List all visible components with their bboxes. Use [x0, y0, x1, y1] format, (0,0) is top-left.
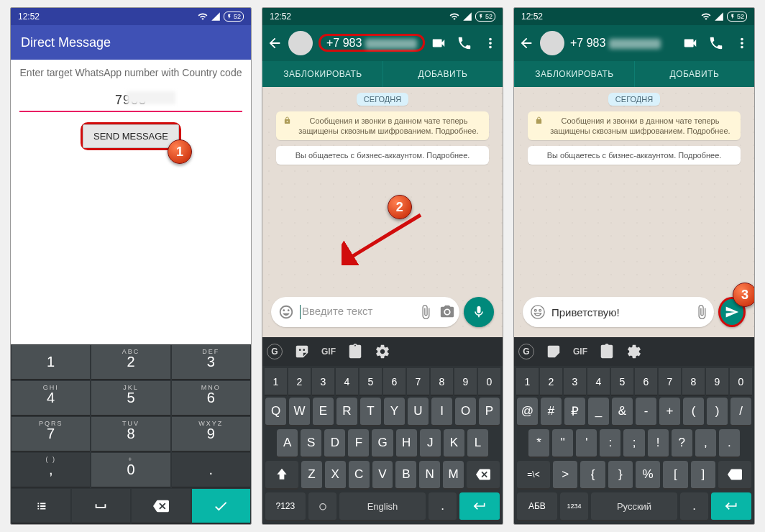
gif-button[interactable]: GIF: [321, 347, 336, 357]
clipboard-icon[interactable]: [347, 344, 363, 359]
key--[interactable]: -: [636, 398, 656, 426]
key-4[interactable]: 4: [336, 368, 358, 395]
key-backspace[interactable]: [132, 489, 191, 523]
key-Y[interactable]: Y: [384, 398, 405, 426]
alt-key[interactable]: =\<: [517, 461, 550, 490]
key-{[interactable]: {: [580, 461, 605, 490]
business-notice[interactable]: Вы общаетесь с бизнес-аккаунтом. Подробн…: [276, 146, 489, 165]
settings-icon[interactable]: [626, 344, 642, 359]
key-8[interactable]: TUV8: [91, 417, 170, 451]
alt-mode-key[interactable]: 1234: [560, 492, 589, 521]
add-action[interactable]: ДОБАВИТЬ: [382, 61, 503, 87]
key-V[interactable]: V: [372, 461, 393, 490]
key-Q[interactable]: Q: [265, 398, 286, 426]
key-;[interactable]: ;: [623, 429, 644, 458]
key-7[interactable]: 7: [659, 368, 681, 395]
voice-call-icon[interactable]: [708, 35, 724, 51]
avatar[interactable]: [540, 31, 564, 55]
key-5[interactable]: JKL5: [91, 381, 170, 416]
enter-key[interactable]: [459, 492, 500, 521]
encryption-notice[interactable]: Сообщения и звонки в данном чате теперь …: [276, 111, 489, 140]
key-9[interactable]: 9: [706, 368, 728, 395]
mic-button[interactable]: [464, 297, 494, 327]
key-@[interactable]: @: [517, 398, 538, 426]
key-Z[interactable]: Z: [301, 461, 322, 490]
mode-key[interactable]: АБВ: [517, 492, 557, 521]
key-T[interactable]: T: [360, 398, 381, 426]
key-B[interactable]: B: [395, 461, 416, 490]
period-key[interactable]: .: [429, 492, 457, 521]
message-input[interactable]: Введите текст: [300, 305, 412, 319]
key-([interactable]: (: [683, 398, 704, 426]
video-call-icon[interactable]: [431, 35, 446, 51]
key-8[interactable]: 8: [682, 368, 705, 395]
key-U[interactable]: U: [408, 398, 429, 426]
key-7[interactable]: PQRS7: [12, 417, 90, 451]
key-2[interactable]: 2: [288, 368, 311, 395]
key-0[interactable]: +0: [91, 453, 170, 487]
key-1[interactable]: 1: [12, 345, 90, 380]
key-sym[interactable]: [12, 489, 70, 523]
key-H[interactable]: H: [396, 429, 417, 458]
key-I[interactable]: I: [431, 398, 452, 426]
key-N[interactable]: N: [419, 461, 440, 490]
backspace-key[interactable]: [718, 461, 751, 490]
period-key[interactable]: .: [680, 492, 709, 521]
key-W[interactable]: W: [289, 398, 310, 426]
key-G[interactable]: G: [372, 429, 393, 458]
space-key[interactable]: English: [339, 492, 425, 521]
key-A[interactable]: A: [277, 429, 298, 458]
key-}[interactable]: }: [608, 461, 633, 490]
block-action[interactable]: ЗАБЛОКИРОВАТЬ: [514, 61, 634, 87]
key-S[interactable]: S: [301, 429, 321, 458]
key-3[interactable]: 3: [564, 368, 586, 395]
key-][interactable]: ]: [691, 461, 715, 490]
key-'[interactable]: ': [576, 429, 597, 458]
key-J[interactable]: J: [420, 429, 441, 458]
business-notice[interactable]: Вы общаетесь с бизнес-аккаунтом. Подробн…: [528, 146, 741, 165]
key-4[interactable]: GHI4: [12, 381, 90, 416]
key-₽[interactable]: ₽: [564, 398, 585, 426]
key->[interactable]: >: [553, 461, 577, 490]
back-icon[interactable]: [267, 35, 283, 51]
key-O[interactable]: O: [455, 398, 476, 426]
key-_[interactable]: _: [588, 398, 609, 426]
sticker-icon[interactable]: [546, 344, 562, 359]
emoji-icon[interactable]: [278, 304, 294, 320]
key-M[interactable]: M: [443, 461, 464, 490]
settings-icon[interactable]: [375, 344, 390, 359]
key-0[interactable]: 0: [478, 368, 500, 395]
key-D[interactable]: D: [324, 429, 345, 458]
backspace-key[interactable]: [467, 461, 500, 490]
key-:[interactable]: :: [600, 429, 620, 458]
key-/[interactable]: /: [730, 398, 751, 426]
key-6[interactable]: 6: [635, 368, 657, 395]
contact-phone-number[interactable]: +7 983: [570, 37, 677, 50]
key-1[interactable]: 1: [265, 368, 287, 395]
key-0[interactable]: 0: [730, 368, 752, 395]
key-*[interactable]: *: [528, 429, 549, 458]
sticker-icon[interactable]: [294, 344, 310, 359]
message-input-box[interactable]: [523, 297, 714, 327]
more-icon[interactable]: [734, 35, 750, 51]
key-6[interactable]: MNO6: [172, 381, 250, 416]
key-K[interactable]: K: [444, 429, 464, 458]
attach-icon[interactable]: [418, 304, 434, 320]
shift-key[interactable]: [265, 461, 298, 490]
video-call-icon[interactable]: [682, 35, 698, 51]
key-L[interactable]: L: [467, 429, 488, 458]
key-5[interactable]: 5: [359, 368, 382, 395]
back-icon[interactable]: [518, 35, 534, 51]
key-,[interactable]: ,: [695, 429, 716, 458]
gif-button[interactable]: GIF: [573, 347, 587, 357]
key-enter[interactable]: [192, 489, 251, 523]
key-?[interactable]: ?: [672, 429, 692, 458]
key-"[interactable]: ": [552, 429, 573, 458]
key-.[interactable]: .: [719, 429, 740, 458]
key-8[interactable]: 8: [431, 368, 453, 395]
camera-icon[interactable]: [439, 304, 455, 320]
key-![interactable]: !: [648, 429, 669, 458]
key-[[interactable]: [: [663, 461, 687, 490]
space-key[interactable]: Русский: [591, 492, 677, 521]
key-P[interactable]: P: [479, 398, 500, 426]
